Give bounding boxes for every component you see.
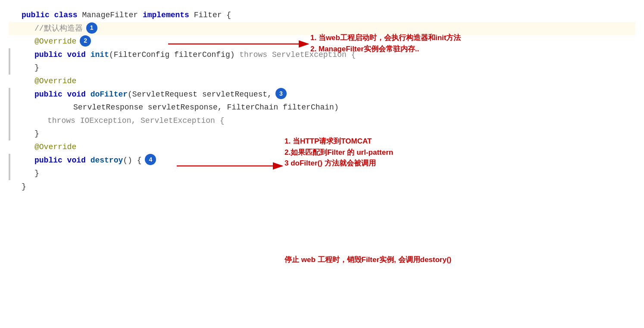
code-token: init xyxy=(91,48,109,62)
code-token: //默认构造器 xyxy=(34,22,83,35)
code-token: doFilter xyxy=(91,88,128,101)
code-token: Filter { xyxy=(194,9,231,22)
line-bar xyxy=(9,61,10,75)
code-token: ServletResponse servletResponse, FilterC… xyxy=(73,101,339,114)
code-token: throws xyxy=(47,114,80,128)
step-badge-4: 4 xyxy=(145,154,156,165)
code-token: IOException, ServletException { xyxy=(80,114,225,128)
line-bar xyxy=(9,88,10,101)
code-token: (FilterConfig filterConfig) xyxy=(109,48,239,62)
code-token: @Override xyxy=(34,75,76,88)
code-line-line7: @Override xyxy=(9,75,635,88)
line-bar xyxy=(9,48,10,62)
line-bar xyxy=(9,154,10,167)
code-token: throws xyxy=(239,48,272,62)
code-container: public class ManageFilter implements Fil… xyxy=(9,9,635,193)
code-line-line9: ServletResponse servletResponse, FilterC… xyxy=(9,101,635,114)
code-token: public void xyxy=(34,88,91,101)
annotation-ann1: 1. 当web工程启动时，会执行构造器和init方法2. ManageFilte… xyxy=(310,32,461,54)
code-line-line10: throws IOException, ServletException { xyxy=(9,114,635,128)
code-token: } xyxy=(34,61,39,75)
step-badge-3: 3 xyxy=(275,88,287,99)
code-token: (ServletRequest servletRequest, xyxy=(128,88,272,101)
line-bar xyxy=(9,114,10,128)
code-token: public void xyxy=(34,48,91,62)
code-token: implements xyxy=(143,9,194,22)
code-token: public class xyxy=(22,9,82,22)
code-token: destroy xyxy=(91,154,123,167)
step-badge-1: 1 xyxy=(86,22,97,34)
code-line-line1: public class ManageFilter implements Fil… xyxy=(9,9,635,22)
line-bar xyxy=(9,127,10,141)
code-token: @Override xyxy=(34,35,76,48)
code-token: } xyxy=(22,180,26,194)
code-line-line15: } xyxy=(9,167,635,180)
code-token: ManageFilter xyxy=(82,9,142,22)
code-token: } xyxy=(34,167,39,180)
annotation-ann2: 1. 当HTTP请求到TOMCAT2.如果匹配到Filter 的 url-pat… xyxy=(284,136,393,169)
annotation-ann3: 停止 web 工程时，销毁Filter实例, 会调用destory() xyxy=(284,254,451,266)
code-token: @Override xyxy=(34,141,76,154)
code-token: () { xyxy=(123,154,141,167)
line-bar xyxy=(9,101,10,114)
code-token: public void xyxy=(34,154,91,167)
step-badge-2: 2 xyxy=(80,35,91,47)
code-line-line8: public void doFilter(ServletRequest serv… xyxy=(9,88,635,101)
code-line-line16: } xyxy=(9,180,635,194)
code-token: } xyxy=(34,127,39,141)
line-bar xyxy=(9,167,10,180)
code-line-line6: } xyxy=(9,61,635,75)
